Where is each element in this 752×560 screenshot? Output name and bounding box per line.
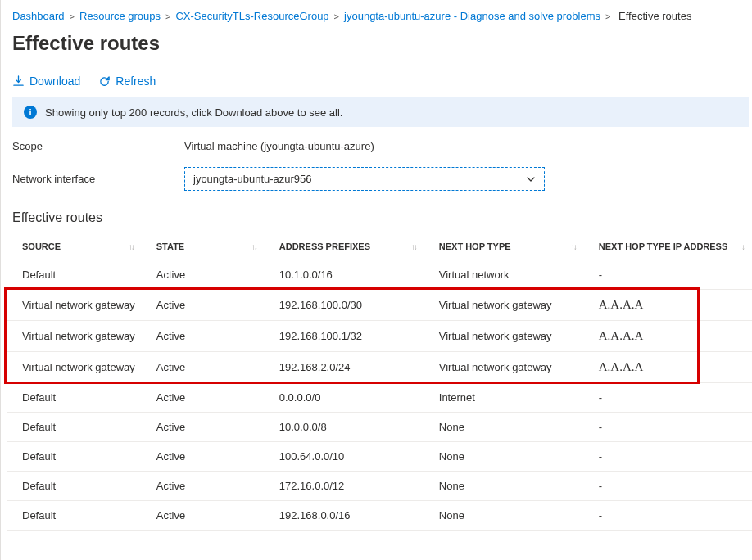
cell-state: Active bbox=[142, 352, 265, 383]
cell-source: Virtual network gateway bbox=[7, 321, 142, 352]
cell-source: Virtual network gateway bbox=[7, 290, 142, 321]
sort-icon: ↑↓ bbox=[739, 242, 744, 251]
info-message: Showing only top 200 records, click Down… bbox=[45, 106, 343, 119]
cell-prefix: 192.168.100.1/32 bbox=[265, 321, 424, 352]
cell-hop_type: Virtual network gateway bbox=[424, 352, 584, 383]
table-row[interactable]: DefaultActive10.0.0.0/8None- bbox=[7, 413, 752, 442]
refresh-label: Refresh bbox=[116, 75, 156, 88]
cell-state: Active bbox=[142, 413, 265, 442]
sort-icon: ↑↓ bbox=[411, 242, 416, 251]
breadcrumb: Dashboard>Resource groups>CX-SecurityTLs… bbox=[1, 8, 752, 27]
cell-prefix: 192.168.0.0/16 bbox=[265, 501, 424, 531]
cell-hop_ip: A.A.A.A bbox=[584, 352, 752, 383]
breadcrumb-item[interactable]: CX-SecurityTLs-ResourceGroup bbox=[175, 10, 328, 22]
table-row[interactable]: DefaultActive10.1.0.0/16Virtual network- bbox=[7, 260, 752, 290]
col-source[interactable]: Source↑↓ bbox=[7, 233, 142, 260]
breadcrumb-item[interactable]: Resource groups bbox=[79, 10, 161, 22]
cell-state: Active bbox=[142, 290, 265, 321]
scope-label: Scope bbox=[12, 140, 184, 152]
cell-prefix: 172.16.0.0/12 bbox=[265, 472, 424, 501]
cell-prefix: 192.168.100.0/30 bbox=[265, 290, 424, 321]
table-row[interactable]: DefaultActive0.0.0.0/0Internet- bbox=[7, 383, 752, 413]
cell-prefix: 10.0.0.0/8 bbox=[265, 413, 424, 442]
chevron-down-icon bbox=[526, 174, 536, 184]
cell-hop_type: None bbox=[424, 413, 584, 442]
cell-hop_ip: - bbox=[584, 383, 752, 413]
info-bar: i Showing only top 200 records, click Do… bbox=[12, 97, 749, 127]
table-row[interactable]: DefaultActive192.168.0.0/16None- bbox=[7, 501, 752, 531]
col-next-hop-type[interactable]: Next Hop Type↑↓ bbox=[424, 233, 584, 260]
cell-state: Active bbox=[142, 383, 265, 413]
nic-label: Network interface bbox=[12, 173, 184, 185]
section-heading: Effective routes bbox=[1, 210, 752, 233]
breadcrumb-separator: > bbox=[161, 11, 175, 21]
info-icon: i bbox=[24, 106, 37, 119]
cell-prefix: 10.1.0.0/16 bbox=[265, 260, 424, 290]
cell-state: Active bbox=[142, 321, 265, 352]
cell-prefix: 192.168.2.0/24 bbox=[265, 352, 424, 383]
cell-source: Default bbox=[7, 413, 142, 442]
cell-hop_type: Virtual network gateway bbox=[424, 290, 584, 321]
cell-source: Default bbox=[7, 260, 142, 290]
cell-hop_type: None bbox=[424, 442, 584, 472]
cell-hop_type: Virtual network bbox=[424, 260, 584, 290]
breadcrumb-separator: > bbox=[329, 11, 344, 21]
cell-source: Default bbox=[7, 383, 142, 413]
cell-prefix: 0.0.0.0/0 bbox=[265, 383, 424, 413]
cell-source: Default bbox=[7, 501, 142, 531]
cell-state: Active bbox=[142, 501, 265, 531]
breadcrumb-separator: > bbox=[600, 11, 615, 21]
refresh-icon bbox=[98, 75, 111, 88]
cell-hop_ip: A.A.A.A bbox=[584, 290, 752, 321]
table-row[interactable]: Virtual network gatewayActive192.168.100… bbox=[7, 321, 752, 352]
sort-icon: ↑↓ bbox=[571, 242, 576, 251]
cell-hop_type: None bbox=[424, 501, 584, 531]
cell-hop_ip: - bbox=[584, 260, 752, 290]
page-title: Effective routes bbox=[1, 27, 752, 71]
cell-hop_ip: - bbox=[584, 501, 752, 531]
nic-select-value: jyoungta-ubuntu-azur956 bbox=[193, 173, 312, 185]
cell-hop_type: Internet bbox=[424, 383, 584, 413]
scope-row: Scope Virtual machine (jyoungta-ubuntu-a… bbox=[12, 140, 741, 152]
cell-source: Default bbox=[7, 442, 142, 472]
nic-row: Network interface jyoungta-ubuntu-azur95… bbox=[12, 167, 741, 191]
col-next-hop-ip[interactable]: Next Hop Type IP Address↑↓ bbox=[584, 233, 752, 260]
sort-icon: ↑↓ bbox=[251, 242, 256, 251]
breadcrumb-current: Effective routes bbox=[618, 10, 691, 22]
cell-hop_ip: A.A.A.A bbox=[584, 321, 752, 352]
cell-hop_type: None bbox=[424, 472, 584, 501]
cell-state: Active bbox=[142, 442, 265, 472]
refresh-button[interactable]: Refresh bbox=[98, 75, 156, 88]
cell-prefix: 100.64.0.0/10 bbox=[265, 442, 424, 472]
col-address-prefixes[interactable]: Address Prefixes↑↓ bbox=[265, 233, 424, 260]
scope-value: Virtual machine (jyoungta-ubuntu-azure) bbox=[184, 140, 374, 152]
table-row[interactable]: DefaultActive172.16.0.0/12None- bbox=[7, 472, 752, 501]
sort-icon: ↑↓ bbox=[129, 242, 134, 251]
toolbar: Download Refresh bbox=[1, 71, 752, 97]
download-label: Download bbox=[29, 75, 80, 88]
cell-state: Active bbox=[142, 260, 265, 290]
breadcrumb-item[interactable]: jyoungta-ubuntu-azure - Diagnose and sol… bbox=[344, 10, 600, 22]
table-row[interactable]: DefaultActive100.64.0.0/10None- bbox=[7, 442, 752, 472]
download-icon bbox=[12, 75, 25, 88]
cell-hop_ip: - bbox=[584, 442, 752, 472]
breadcrumb-item[interactable]: Dashboard bbox=[12, 10, 65, 22]
cell-hop_ip: - bbox=[584, 472, 752, 501]
breadcrumb-separator: > bbox=[65, 11, 79, 21]
cell-state: Active bbox=[142, 472, 265, 501]
nic-select[interactable]: jyoungta-ubuntu-azur956 bbox=[184, 167, 545, 191]
col-state[interactable]: State↑↓ bbox=[142, 233, 265, 260]
cell-hop_type: Virtual network gateway bbox=[424, 321, 584, 352]
table-row[interactable]: Virtual network gatewayActive192.168.2.0… bbox=[7, 352, 752, 383]
download-button[interactable]: Download bbox=[12, 75, 80, 88]
table-header-row: Source↑↓ State↑↓ Address Prefixes↑↓ Next… bbox=[7, 233, 752, 260]
cell-source: Default bbox=[7, 472, 142, 501]
routes-table: Source↑↓ State↑↓ Address Prefixes↑↓ Next… bbox=[7, 233, 752, 531]
table-row[interactable]: Virtual network gatewayActive192.168.100… bbox=[7, 290, 752, 321]
cell-hop_ip: - bbox=[584, 413, 752, 442]
cell-source: Virtual network gateway bbox=[7, 352, 142, 383]
